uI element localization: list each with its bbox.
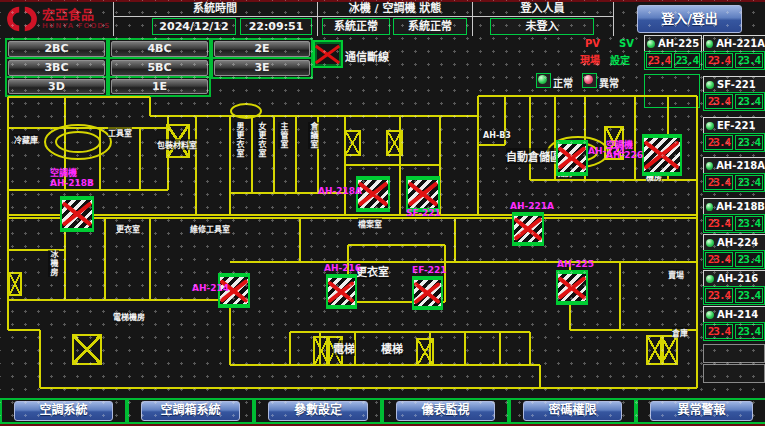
room-label: 自動倉儲區 <box>506 148 561 164</box>
equipment-comm-loss-marker-ah224[interactable] <box>556 140 588 176</box>
room-label: 主管室 <box>278 122 289 149</box>
nav-frame: 密碼權限 <box>509 398 636 424</box>
logo: 宏亞食品 HUNYA FOODS <box>6 4 116 34</box>
unit-ah-218b[interactable]: AH-218B <box>703 198 765 215</box>
floor-button-3e[interactable]: 3E <box>214 60 310 76</box>
floor-button-4bc[interactable]: 4BC <box>111 41 208 57</box>
unit-ef-221[interactable]: EF-221 <box>703 117 765 134</box>
room-label: AH-B3 <box>483 131 511 140</box>
nav-button-parameter-settings[interactable]: 參數設定 <box>268 401 368 421</box>
room-label: 電梯機房 <box>113 311 145 322</box>
normal-led-icon <box>536 73 551 88</box>
equipment-comm-loss-marker-ef221[interactable] <box>412 276 443 310</box>
floor-button-2e[interactable]: 2E <box>214 41 310 57</box>
room-label: 男更衣室 <box>234 122 245 158</box>
equipment-comm-loss-marker-ah221a[interactable] <box>512 212 544 246</box>
status-led-icon <box>706 40 713 48</box>
unit-ah-224[interactable]: AH-224 <box>703 234 765 251</box>
pv-value: 23.4 <box>646 53 672 68</box>
equipment-comm-loss-marker-ah225[interactable] <box>556 270 588 305</box>
equipment-label: AH-214 <box>192 283 229 293</box>
equipment-comm-loss-marker-ah226[interactable] <box>642 134 682 176</box>
unit-ah-224-values: 23.4 23.4 <box>703 250 765 269</box>
status-led-icon <box>706 275 714 283</box>
unit-ah-218a[interactable]: AH-218A <box>703 157 765 174</box>
status-led-icon <box>647 40 655 48</box>
unit-ah-221a-values: 23.4 23.4 <box>703 51 765 70</box>
room-label: 檔案室 <box>358 218 382 229</box>
sv-cn-label: 設定 <box>610 52 630 67</box>
unit-name: AH-218A <box>716 160 765 171</box>
nav-frame: 參數設定 <box>254 398 382 424</box>
floor-button-3bc[interactable]: 3BC <box>8 60 105 76</box>
header-divider <box>472 2 473 36</box>
login-logout-button[interactable]: 登入/登出 <box>637 5 742 33</box>
unit-ah-216-values: 23.4 23.4 <box>703 286 765 305</box>
brand-name-en: HUNYA FOODS <box>42 22 110 30</box>
unit-ef-221-values: 23.4 23.4 <box>703 133 765 152</box>
room-label: 會議室 <box>308 122 319 149</box>
nav-button-ac-system[interactable]: 空調系統 <box>14 401 113 421</box>
room-label: 電梯 <box>333 340 355 356</box>
room-label: 樓梯 <box>381 340 403 356</box>
status-led-icon <box>706 311 714 319</box>
equipment-label: AH-216 <box>324 263 361 273</box>
stairs-icon <box>344 130 361 156</box>
floor-button-2bc[interactable]: 2BC <box>8 41 105 57</box>
nav-button-password-authority[interactable]: 密碼權限 <box>523 401 622 421</box>
room-label: 維修工具室 <box>190 223 230 234</box>
unit-ah-214-values: 23.4 23.4 <box>703 322 765 341</box>
equipment-comm-loss-marker-ah216[interactable] <box>326 274 357 309</box>
unit-name: AH-221A <box>716 38 765 49</box>
floor-button-3d[interactable]: 3D <box>8 79 105 94</box>
unit-ah-218b-values: 23.4 23.4 <box>703 214 765 233</box>
stairs-icon <box>660 335 678 365</box>
nav-button-abnormal-alarm[interactable]: 異常警報 <box>650 401 753 421</box>
header-divider <box>317 2 318 36</box>
room-label: 工具室 <box>108 127 132 138</box>
empty-slot <box>703 364 765 383</box>
pv-cn-label: 現場 <box>580 52 600 67</box>
equipment-label: AH-226 <box>606 150 643 160</box>
equipment-label: EF-221 <box>412 265 447 275</box>
machine-status-label: 冰機 / 空調機 狀態 <box>320 2 470 16</box>
brand-name: 宏亞食品 <box>42 8 110 22</box>
pv-value: 23.4 <box>705 252 733 267</box>
pv-value: 23.4 <box>705 94 733 109</box>
pv-label: PV <box>585 38 600 49</box>
system-time-value: 22:09:51 <box>240 18 312 35</box>
stairs-icon <box>72 334 102 365</box>
header-divider <box>113 2 114 36</box>
unit-ah-225-values: 23.4 23.4 <box>644 51 702 70</box>
unit-ah-216[interactable]: AH-216 <box>703 270 765 287</box>
room-label: 賣場 <box>668 269 684 280</box>
equipment-label: AH-218A <box>318 186 362 196</box>
pv-value: 23.4 <box>705 53 733 68</box>
equipment-label: AH-221A <box>510 201 554 211</box>
nav-button-ahu-system[interactable]: 空調箱系統 <box>141 401 240 421</box>
equipment-label: AH-218B <box>50 178 94 188</box>
nav-button-meter-monitor[interactable]: 儀表監視 <box>396 401 495 421</box>
equipment-comm-loss-marker-sf221[interactable] <box>406 176 440 212</box>
unit-name: AH-224 <box>717 237 758 248</box>
unit-ah-214[interactable]: AH-214 <box>703 306 765 323</box>
unit-ah-221a[interactable]: AH-221A <box>703 35 765 52</box>
empty-slot <box>703 344 765 363</box>
unit-sf-221[interactable]: SF-221 <box>703 76 765 93</box>
chiller-status-value: 系統正常 <box>322 18 390 35</box>
unit-name: EF-221 <box>717 120 755 131</box>
sv-value: 23.4 <box>735 175 763 190</box>
status-led-icon <box>706 239 714 247</box>
floor-button-1e[interactable]: 1E <box>111 79 208 94</box>
sv-value: 23.4 <box>674 53 700 68</box>
floor-button-5bc[interactable]: 5BC <box>111 60 208 76</box>
room-label: 更衣室 <box>116 223 140 234</box>
status-led-icon <box>706 122 714 130</box>
comm-loss-label: 通信斷線 <box>345 48 389 64</box>
equipment-comm-loss-marker-ah218b[interactable] <box>60 196 94 232</box>
pv-value: 23.4 <box>705 216 733 231</box>
header-divider <box>113 16 613 17</box>
unit-ah-225[interactable]: AH-225 <box>644 35 702 52</box>
status-led-icon <box>706 203 713 211</box>
pv-value: 23.4 <box>705 135 733 150</box>
